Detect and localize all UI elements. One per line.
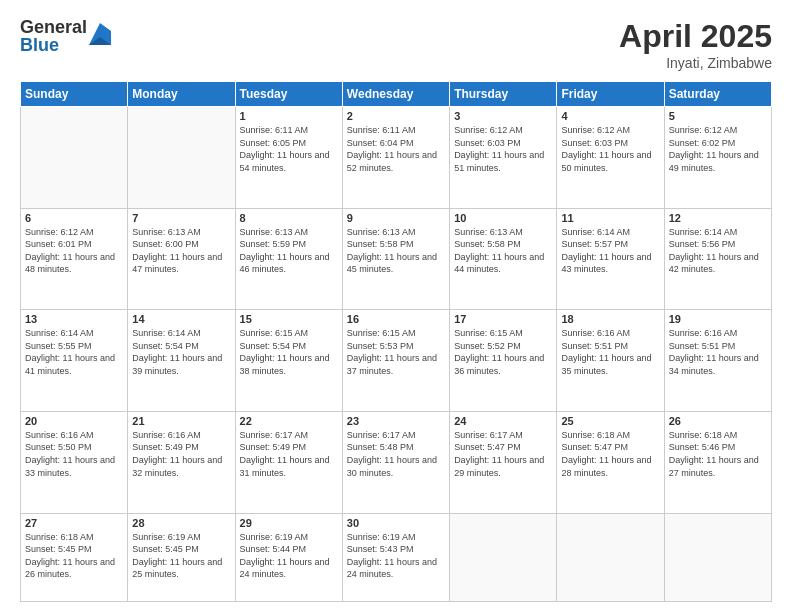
day-cell: 10Sunrise: 6:13 AM Sunset: 5:58 PM Dayli… [450, 208, 557, 310]
week-row-1: 1Sunrise: 6:11 AM Sunset: 6:05 PM Daylig… [21, 107, 772, 209]
day-cell [557, 513, 664, 602]
day-number: 13 [25, 313, 123, 325]
day-number: 3 [454, 110, 552, 122]
day-cell: 13Sunrise: 6:14 AM Sunset: 5:55 PM Dayli… [21, 310, 128, 412]
day-cell: 7Sunrise: 6:13 AM Sunset: 6:00 PM Daylig… [128, 208, 235, 310]
day-number: 17 [454, 313, 552, 325]
day-number: 19 [669, 313, 767, 325]
day-number: 2 [347, 110, 445, 122]
day-cell: 1Sunrise: 6:11 AM Sunset: 6:05 PM Daylig… [235, 107, 342, 209]
day-info: Sunrise: 6:17 AM Sunset: 5:47 PM Dayligh… [454, 429, 552, 479]
col-header-wednesday: Wednesday [342, 82, 449, 107]
day-info: Sunrise: 6:16 AM Sunset: 5:50 PM Dayligh… [25, 429, 123, 479]
logo-icon [89, 23, 111, 45]
day-cell: 6Sunrise: 6:12 AM Sunset: 6:01 PM Daylig… [21, 208, 128, 310]
week-row-3: 13Sunrise: 6:14 AM Sunset: 5:55 PM Dayli… [21, 310, 772, 412]
day-cell [21, 107, 128, 209]
day-cell: 29Sunrise: 6:19 AM Sunset: 5:44 PM Dayli… [235, 513, 342, 602]
day-number: 24 [454, 415, 552, 427]
day-cell: 24Sunrise: 6:17 AM Sunset: 5:47 PM Dayli… [450, 411, 557, 513]
day-info: Sunrise: 6:16 AM Sunset: 5:51 PM Dayligh… [669, 327, 767, 377]
day-number: 12 [669, 212, 767, 224]
day-number: 23 [347, 415, 445, 427]
day-number: 25 [561, 415, 659, 427]
week-row-2: 6Sunrise: 6:12 AM Sunset: 6:01 PM Daylig… [21, 208, 772, 310]
day-info: Sunrise: 6:13 AM Sunset: 5:59 PM Dayligh… [240, 226, 338, 276]
day-number: 20 [25, 415, 123, 427]
day-cell: 5Sunrise: 6:12 AM Sunset: 6:02 PM Daylig… [664, 107, 771, 209]
day-info: Sunrise: 6:16 AM Sunset: 5:51 PM Dayligh… [561, 327, 659, 377]
day-info: Sunrise: 6:13 AM Sunset: 5:58 PM Dayligh… [454, 226, 552, 276]
day-cell: 23Sunrise: 6:17 AM Sunset: 5:48 PM Dayli… [342, 411, 449, 513]
day-info: Sunrise: 6:18 AM Sunset: 5:47 PM Dayligh… [561, 429, 659, 479]
day-cell: 4Sunrise: 6:12 AM Sunset: 6:03 PM Daylig… [557, 107, 664, 209]
day-info: Sunrise: 6:12 AM Sunset: 6:02 PM Dayligh… [669, 124, 767, 174]
day-cell: 2Sunrise: 6:11 AM Sunset: 6:04 PM Daylig… [342, 107, 449, 209]
day-cell: 28Sunrise: 6:19 AM Sunset: 5:45 PM Dayli… [128, 513, 235, 602]
col-header-friday: Friday [557, 82, 664, 107]
day-info: Sunrise: 6:12 AM Sunset: 6:01 PM Dayligh… [25, 226, 123, 276]
day-number: 14 [132, 313, 230, 325]
day-number: 26 [669, 415, 767, 427]
calendar-title: April 2025 [619, 18, 772, 55]
day-cell: 30Sunrise: 6:19 AM Sunset: 5:43 PM Dayli… [342, 513, 449, 602]
day-info: Sunrise: 6:12 AM Sunset: 6:03 PM Dayligh… [561, 124, 659, 174]
day-cell: 14Sunrise: 6:14 AM Sunset: 5:54 PM Dayli… [128, 310, 235, 412]
day-number: 30 [347, 517, 445, 529]
day-cell: 26Sunrise: 6:18 AM Sunset: 5:46 PM Dayli… [664, 411, 771, 513]
day-cell: 20Sunrise: 6:16 AM Sunset: 5:50 PM Dayli… [21, 411, 128, 513]
title-block: April 2025 Inyati, Zimbabwe [619, 18, 772, 71]
day-number: 28 [132, 517, 230, 529]
day-cell [664, 513, 771, 602]
day-cell: 11Sunrise: 6:14 AM Sunset: 5:57 PM Dayli… [557, 208, 664, 310]
logo-text: General Blue [20, 18, 87, 54]
col-header-thursday: Thursday [450, 82, 557, 107]
day-cell: 27Sunrise: 6:18 AM Sunset: 5:45 PM Dayli… [21, 513, 128, 602]
day-info: Sunrise: 6:14 AM Sunset: 5:56 PM Dayligh… [669, 226, 767, 276]
day-info: Sunrise: 6:19 AM Sunset: 5:45 PM Dayligh… [132, 531, 230, 581]
day-info: Sunrise: 6:15 AM Sunset: 5:52 PM Dayligh… [454, 327, 552, 377]
day-cell: 15Sunrise: 6:15 AM Sunset: 5:54 PM Dayli… [235, 310, 342, 412]
day-cell: 8Sunrise: 6:13 AM Sunset: 5:59 PM Daylig… [235, 208, 342, 310]
day-info: Sunrise: 6:19 AM Sunset: 5:43 PM Dayligh… [347, 531, 445, 581]
day-info: Sunrise: 6:17 AM Sunset: 5:48 PM Dayligh… [347, 429, 445, 479]
day-info: Sunrise: 6:11 AM Sunset: 6:04 PM Dayligh… [347, 124, 445, 174]
header: General Blue April 2025 Inyati, Zimbabwe [20, 18, 772, 71]
calendar-table: SundayMondayTuesdayWednesdayThursdayFrid… [20, 81, 772, 602]
day-info: Sunrise: 6:17 AM Sunset: 5:49 PM Dayligh… [240, 429, 338, 479]
day-cell: 17Sunrise: 6:15 AM Sunset: 5:52 PM Dayli… [450, 310, 557, 412]
day-cell: 9Sunrise: 6:13 AM Sunset: 5:58 PM Daylig… [342, 208, 449, 310]
day-number: 7 [132, 212, 230, 224]
logo-blue: Blue [20, 36, 87, 54]
week-row-4: 20Sunrise: 6:16 AM Sunset: 5:50 PM Dayli… [21, 411, 772, 513]
day-cell [450, 513, 557, 602]
day-number: 9 [347, 212, 445, 224]
day-number: 11 [561, 212, 659, 224]
day-number: 29 [240, 517, 338, 529]
day-cell: 18Sunrise: 6:16 AM Sunset: 5:51 PM Dayli… [557, 310, 664, 412]
day-cell: 21Sunrise: 6:16 AM Sunset: 5:49 PM Dayli… [128, 411, 235, 513]
day-info: Sunrise: 6:14 AM Sunset: 5:57 PM Dayligh… [561, 226, 659, 276]
day-info: Sunrise: 6:14 AM Sunset: 5:55 PM Dayligh… [25, 327, 123, 377]
col-header-tuesday: Tuesday [235, 82, 342, 107]
logo: General Blue [20, 18, 111, 54]
day-cell: 3Sunrise: 6:12 AM Sunset: 6:03 PM Daylig… [450, 107, 557, 209]
day-number: 6 [25, 212, 123, 224]
day-info: Sunrise: 6:14 AM Sunset: 5:54 PM Dayligh… [132, 327, 230, 377]
day-number: 4 [561, 110, 659, 122]
logo-general: General [20, 18, 87, 36]
col-header-saturday: Saturday [664, 82, 771, 107]
day-cell: 19Sunrise: 6:16 AM Sunset: 5:51 PM Dayli… [664, 310, 771, 412]
page: General Blue April 2025 Inyati, Zimbabwe… [0, 0, 792, 612]
day-number: 5 [669, 110, 767, 122]
day-number: 15 [240, 313, 338, 325]
day-cell: 16Sunrise: 6:15 AM Sunset: 5:53 PM Dayli… [342, 310, 449, 412]
day-info: Sunrise: 6:13 AM Sunset: 5:58 PM Dayligh… [347, 226, 445, 276]
col-header-monday: Monday [128, 82, 235, 107]
header-row: SundayMondayTuesdayWednesdayThursdayFrid… [21, 82, 772, 107]
day-number: 10 [454, 212, 552, 224]
day-number: 18 [561, 313, 659, 325]
day-info: Sunrise: 6:18 AM Sunset: 5:45 PM Dayligh… [25, 531, 123, 581]
day-cell: 25Sunrise: 6:18 AM Sunset: 5:47 PM Dayli… [557, 411, 664, 513]
day-number: 1 [240, 110, 338, 122]
